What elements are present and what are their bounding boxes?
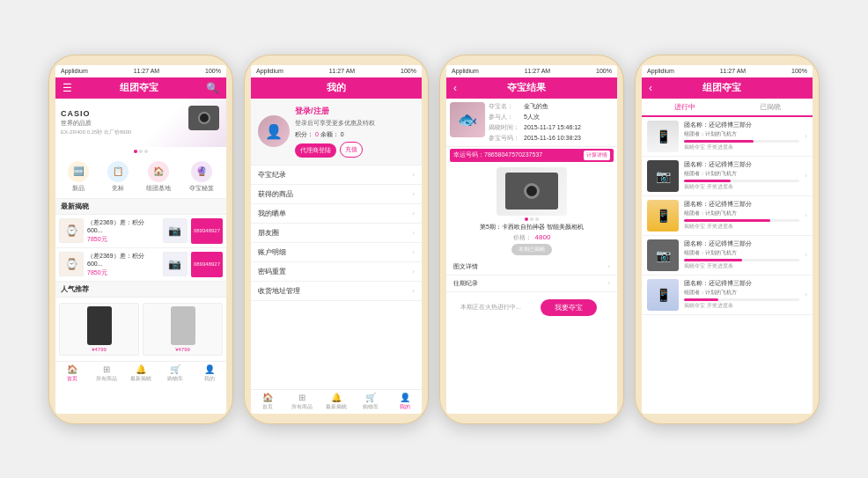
cat-group[interactable]: 🏠 组团基地 xyxy=(146,161,171,193)
product-row-2[interactable]: ⌚ （差2369）差：积分600... 7850元 📷 089348927 xyxy=(55,248,226,282)
see-btn[interactable]: 本期已揭晓 xyxy=(511,244,552,255)
menu-order[interactable]: 我的晒单 › xyxy=(251,204,422,224)
product-info-1: （差2369）差：积分600... 7850元 xyxy=(87,218,159,244)
charge-btn[interactable]: 充值 xyxy=(340,142,363,158)
nav-new-1[interactable]: 🔔 最新揭晓 xyxy=(124,362,158,386)
watch-thumb-1: ⌚ xyxy=(59,218,84,243)
group-progress-bar-5 xyxy=(684,298,718,301)
back-icon-4[interactable]: ‹ xyxy=(649,82,652,94)
cat-bid-icon: 📋 xyxy=(107,161,129,182)
menu-icon[interactable]: ☰ xyxy=(63,82,72,94)
nav-home-1[interactable]: 🏠 首页 xyxy=(55,362,90,386)
name-label: 夺宝名： xyxy=(489,102,524,111)
winner-number-row: 幸运号码：78658047570237537 计算详情 xyxy=(450,149,614,162)
menu-record[interactable]: 夺宝纪录 › xyxy=(251,165,422,185)
tab-ongoing[interactable]: 进行中 xyxy=(642,99,727,117)
login-text[interactable]: 登录/注册 xyxy=(295,106,415,117)
menu-address[interactable]: 收货地址管理 › xyxy=(251,282,422,301)
cat-secret[interactable]: 🔮 夺宝秘笈 xyxy=(189,161,214,193)
my-header: 👤 登录/注册 登录后可享受更多优惠及特权 积分： 0 余额： 0 代理商登陆 … xyxy=(251,99,422,165)
link-detail[interactable]: 图文详情 › xyxy=(446,259,617,276)
casio-lens xyxy=(524,183,540,199)
nav-bar-3: ‹ 夺宝结果 xyxy=(446,77,617,99)
camera-thumb-2: 📷 xyxy=(163,252,188,276)
popular-section: ¥4799 ¥4799 xyxy=(55,298,226,361)
nav-my-1[interactable]: 👤 我的 xyxy=(192,362,226,386)
menu-pwd[interactable]: 密码重置 › xyxy=(251,262,422,282)
product-showcase: 第5期：卡西欧自拍神器 智能美颜相机 价格： 4800 本期已揭晓 xyxy=(446,164,617,259)
time-2: 11:27 AM xyxy=(329,68,356,74)
nav-cart-1[interactable]: 🛒 购物车 xyxy=(158,362,192,386)
section-latest: 最新揭晓 xyxy=(55,199,226,215)
watch-thumb-2: ⌚ xyxy=(59,252,84,276)
cat-new[interactable]: 🆕 新品 xyxy=(68,161,89,193)
product-row-1[interactable]: ⌚ （差2369）差：积分600... 7850元 📷 089348927 xyxy=(55,215,226,248)
group-item-3[interactable]: 📱 团名称：还记得博三部分 组团者：计划的飞机方 揭晓夺宝 开奖进度条 › xyxy=(642,196,813,236)
group-member-5: 组团者：计划的飞机方 xyxy=(684,289,799,297)
cat-bid[interactable]: 📋 竞标 xyxy=(107,161,129,193)
phone-3: Applidium 11:27 AM 100% ‹ 夺宝结果 🐟 夺宝名： 金飞… xyxy=(439,55,624,424)
nav-products-1[interactable]: ⊞ 所有商品 xyxy=(90,362,124,386)
nav-home-2[interactable]: 🏠 首页 xyxy=(251,390,285,414)
new-label-1: 最新揭晓 xyxy=(130,375,151,383)
status-bar-3: Applidium 11:27 AM 100% xyxy=(446,65,617,77)
status-bar-4: Applidium 11:27 AM 100% xyxy=(642,65,813,77)
popular-price-1: ¥4799 xyxy=(92,347,107,352)
camera-graphic xyxy=(188,106,219,130)
buy-btn[interactable]: 我要夺宝 xyxy=(541,299,597,316)
product-btn-1[interactable]: 089348927 xyxy=(191,218,223,244)
phone-2: Applidium 11:27 AM 100% 我的 👤 登录/注册 登录后可享… xyxy=(244,55,429,424)
popular-item-1[interactable]: ¥4799 xyxy=(59,303,139,356)
time-4: 11:27 AM xyxy=(720,68,747,74)
link-arrow-1: › xyxy=(607,262,610,270)
my-icon-2: 👤 xyxy=(400,393,410,402)
calc-btn[interactable]: 计算详情 xyxy=(584,151,610,160)
home-icon-2: 🏠 xyxy=(262,393,273,402)
menu-goods[interactable]: 获得的商品 › xyxy=(251,185,422,204)
section-popular: 人气推荐 xyxy=(55,282,226,298)
time-1: 11:27 AM xyxy=(134,68,160,74)
tab-finished[interactable]: 已揭晓 xyxy=(727,99,813,115)
link-history[interactable]: 往期纪录 › xyxy=(446,276,617,292)
menu-account[interactable]: 账户明细 › xyxy=(251,243,422,262)
nav-products-2[interactable]: ⊞ 所有商品 xyxy=(285,390,320,414)
nav-new-2[interactable]: 🔔 最新揭晓 xyxy=(320,390,354,414)
search-icon-1[interactable]: 🔍 xyxy=(206,82,219,94)
product-showcase-name: 第5期：卡西欧自拍神器 智能美颜相机 xyxy=(480,223,584,232)
points-value: 0 xyxy=(315,131,319,137)
home-label-2: 首页 xyxy=(262,403,273,411)
menu-friends-label: 朋友圈 xyxy=(258,228,279,238)
group-progress-bar-4 xyxy=(684,259,742,261)
arrow-2: › xyxy=(412,190,415,198)
camera-lens xyxy=(198,112,210,124)
my-number: 2015-11-16 10:38:23 xyxy=(524,135,581,141)
group-info-2: 团名称：还记得博三部分 组团者：计划的飞机方 揭晓夺宝 开奖进度条 xyxy=(684,160,799,191)
group-arrow-5: › xyxy=(805,290,807,298)
balance-value: 0 xyxy=(341,131,344,137)
group-item-2[interactable]: 📷 团名称：还记得博三部分 组团者：计划的飞机方 揭晓夺宝 开奖进度条 › xyxy=(642,157,813,196)
arrow-4: › xyxy=(412,229,415,237)
group-status-2: 揭晓夺宝 开奖进度条 xyxy=(684,183,799,191)
nav-my-2[interactable]: 👤 我的 xyxy=(387,390,422,414)
login-btn[interactable]: 代理商登陆 xyxy=(295,143,336,158)
my-label: 参宝号码： xyxy=(489,134,524,143)
group-item-4[interactable]: 📷 团名称：还记得博三部分 组团者：计划的飞机方 揭晓夺宝 开奖进度条 › xyxy=(642,236,813,276)
popular-products: ¥4799 ¥4799 xyxy=(59,300,223,358)
screen-1: Applidium 11:27 AM 100% ☰ 组团夺宝 🔍 CASIO 世… xyxy=(55,65,226,414)
group-name-4: 团名称：还记得博三部分 xyxy=(684,239,799,248)
screen3-title: 夺宝结果 xyxy=(507,81,546,94)
group-progress-2 xyxy=(684,180,799,182)
menu-list: 夺宝纪录 › 获得的商品 › 我的晒单 › 朋友圈 › 账户明细 › xyxy=(251,165,422,389)
popular-item-2[interactable]: ¥4799 xyxy=(143,303,223,356)
back-icon-3[interactable]: ‹ xyxy=(453,82,457,94)
casio-logo: CASIO xyxy=(61,109,131,118)
group-status-1: 揭晓夺宝 开奖进度条 xyxy=(684,143,799,151)
group-item-5[interactable]: 📱 团名称：还记得博三部分 组团者：计划的飞机方 揭晓夺宝 开奖进度条 › xyxy=(642,276,813,315)
product-btn-2[interactable]: 089348927 xyxy=(191,252,223,277)
category-row: 🆕 新品 📋 竞标 🏠 组团基地 🔮 夺宝秘笈 xyxy=(55,156,226,199)
nav-cart-2[interactable]: 🛒 购物车 xyxy=(353,390,387,414)
menu-friends[interactable]: 朋友圈 › xyxy=(251,224,422,243)
group-item-1[interactable]: 📱 团名称：还记得博三部分 组团者：计划的飞机方 揭晓夺宝 开奖进度条 › xyxy=(642,117,813,157)
cat-new-label: 新品 xyxy=(72,184,85,193)
cat-secret-icon: 🔮 xyxy=(191,161,212,182)
